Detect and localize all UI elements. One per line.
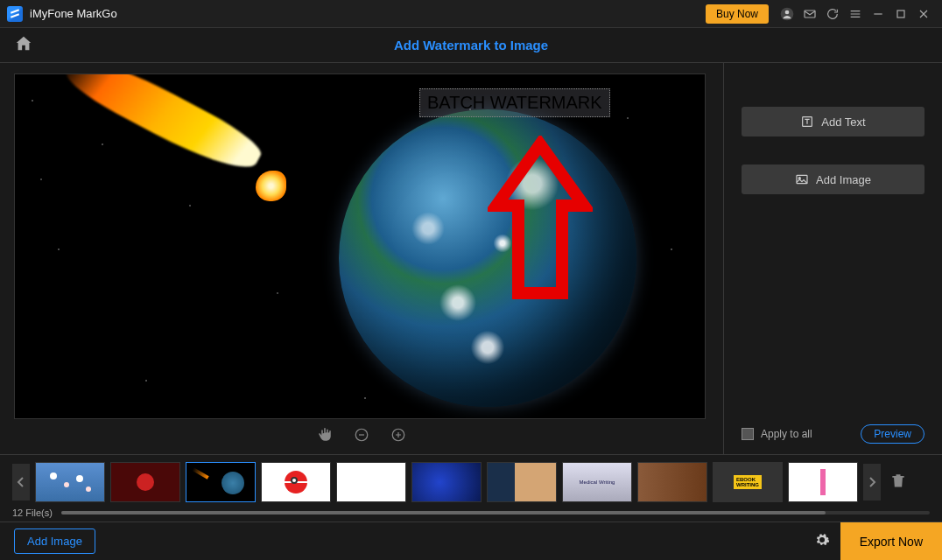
canvas[interactable]: BATCH WATERMARK: [14, 74, 706, 419]
menu-icon[interactable]: [844, 3, 867, 25]
thumbnail-7[interactable]: [487, 462, 557, 502]
canvas-wrap: BATCH WATERMARK: [14, 74, 709, 419]
delete-icon[interactable]: [889, 472, 907, 493]
thumbnail-3[interactable]: [186, 462, 256, 502]
apply-all-wrap: Apply to all: [742, 428, 812, 440]
footer-add-image-button[interactable]: Add Image: [14, 528, 95, 554]
refresh-icon[interactable]: [821, 3, 844, 25]
maximize-icon[interactable]: [889, 3, 912, 25]
buy-now-button[interactable]: Buy Now: [706, 4, 769, 24]
watermark-text-box[interactable]: BATCH WATERMARK: [419, 88, 610, 117]
add-text-button[interactable]: Add Text: [742, 107, 924, 136]
thumbnail-1[interactable]: [35, 462, 105, 502]
svg-point-12: [86, 486, 91, 492]
file-count-label: 12 File(s): [12, 508, 53, 518]
svg-point-13: [137, 473, 154, 491]
app-title: iMyFone MarkGo: [30, 7, 706, 20]
apply-all-checkbox[interactable]: [742, 428, 754, 440]
main: BATCH WATERMARK Add Text Add Image Apply…: [0, 63, 942, 454]
thumbnail-2[interactable]: [110, 462, 180, 502]
svg-point-9: [50, 472, 57, 480]
thumbs-scrollbar[interactable]: [61, 511, 930, 514]
thumbnails-section: Medical Writing EBOOKWRITING 12 File(s): [0, 454, 942, 522]
export-now-button[interactable]: Export Now: [840, 522, 942, 560]
red-arrow-overlay: [488, 136, 593, 314]
zoom-out-icon[interactable]: [354, 427, 369, 446]
thumbnail-10[interactable]: EBOOKWRITING: [713, 462, 783, 502]
footer-right: Export Now: [804, 522, 942, 560]
thumbnail-5[interactable]: [336, 462, 406, 502]
header: Add Watermark to Image: [0, 28, 942, 63]
thumbnails-row: Medical Writing EBOOKWRITING: [12, 462, 930, 502]
home-icon[interactable]: [14, 34, 33, 57]
footer: Add Image Export Now: [0, 522, 942, 560]
add-image-button[interactable]: Add Image: [742, 164, 924, 194]
meteor-image: [59, 83, 304, 206]
editor-area: BATCH WATERMARK: [0, 63, 723, 454]
add-text-label: Add Text: [821, 116, 865, 129]
text-icon: [800, 115, 814, 129]
apply-all-label: Apply to all: [761, 428, 812, 440]
thumbs-next-icon[interactable]: [863, 464, 881, 500]
settings-icon[interactable]: [804, 532, 840, 551]
mail-icon[interactable]: [798, 3, 821, 25]
watermark-text: BATCH WATERMARK: [427, 93, 602, 112]
pan-tool-icon[interactable]: [317, 427, 333, 446]
page-title: Add Watermark to Image: [394, 38, 548, 52]
add-image-label: Add Image: [816, 173, 871, 186]
thumbs-prev-icon[interactable]: [12, 464, 30, 500]
svg-point-11: [76, 475, 83, 482]
preview-button[interactable]: Preview: [861, 424, 924, 444]
thumbnail-9[interactable]: [637, 462, 707, 502]
image-icon: [795, 172, 809, 186]
thumbnail-4[interactable]: [261, 462, 331, 502]
canvas-toolbar: [14, 419, 709, 454]
close-icon[interactable]: [912, 3, 935, 25]
zoom-in-icon[interactable]: [390, 427, 406, 446]
file-count-row: 12 File(s): [12, 508, 930, 518]
thumbnail-6[interactable]: [411, 462, 482, 502]
user-icon[interactable]: [776, 3, 798, 25]
thumbnail-11[interactable]: [788, 462, 858, 502]
thumbnail-8[interactable]: Medical Writing: [562, 462, 632, 502]
app-logo-icon: [7, 6, 23, 22]
svg-point-10: [64, 482, 69, 487]
minimize-icon[interactable]: [867, 3, 889, 25]
sidebar-bottom: Apply to all Preview: [742, 424, 924, 444]
sidebar: Add Text Add Image Apply to all Preview: [723, 63, 942, 454]
titlebar: iMyFone MarkGo Buy Now: [0, 0, 942, 28]
svg-rect-3: [897, 10, 904, 18]
svg-point-1: [785, 10, 790, 14]
